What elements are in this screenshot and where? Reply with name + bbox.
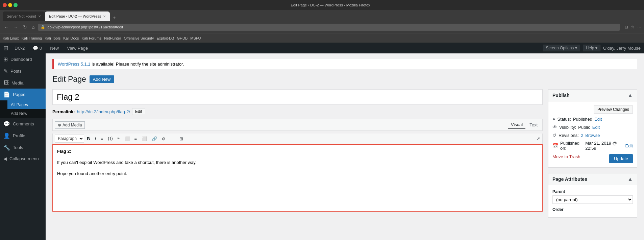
sidebar-collapse-menu[interactable]: ◀ Collapse menu [0,153,46,164]
sidebar-label-pages: Pages [13,92,25,97]
visibility-edit-link[interactable]: Edit [592,125,600,130]
wp-logo-icon: ⊞ [3,44,8,52]
bookmark-nethunter[interactable]: NetHunter [104,36,121,40]
bookmark-kali-docs[interactable]: Kali Docs [63,36,79,40]
update-button[interactable]: Update [609,154,633,163]
new-tab-button[interactable]: + [110,15,118,21]
italic-button[interactable]: I [93,135,98,143]
status-edit-link[interactable]: Edit [594,117,602,122]
revisions-value[interactable]: 2 [581,133,583,138]
minimize-btn[interactable] [8,3,12,7]
sidebar-item-pages[interactable]: 📄 Pages [0,89,46,100]
bookmark-ghdb[interactable]: GHDB [177,36,188,40]
help-button[interactable]: Help ▾ [583,45,600,51]
new-link[interactable]: New [48,46,61,51]
screen-options-button[interactable]: Screen Options ▾ [543,45,580,51]
comments-icon: 💬 [3,121,10,127]
bookmark-kali-training[interactable]: Kali Training [22,36,42,40]
published-on-value: Mar 21, 2019 @ 22:59 [585,141,623,151]
view-page-link[interactable]: View Page [65,46,90,51]
link-button[interactable]: 🔗 [150,135,159,143]
home-button[interactable]: ⌂ [30,24,36,30]
page-attributes-title: Page Attributes [552,176,587,182]
visual-tab[interactable]: Visual [508,121,525,129]
align-center-button[interactable]: ≡ [132,135,139,143]
move-to-trash-link[interactable]: Move to Trash [552,154,580,159]
bookmark-kali-linux[interactable]: Kali Linux [3,36,19,40]
permalink-url[interactable]: http://dc-2/index.php/flag-2/ [77,109,130,114]
fullscreen-button[interactable]: ⤢ [536,136,540,141]
address-field[interactable]: 🔒 dc-2/wp-admin/post.php?post=21&action=… [38,24,620,31]
page-attributes-header[interactable]: Page Attributes ▲ [548,173,637,185]
comments-link[interactable]: 💬 0 [31,46,44,51]
table-button[interactable]: ⊞ [177,135,185,143]
wp-admin: ⊞ DC-2 💬 0 New View Page Screen Options … [0,43,644,240]
post-title-input[interactable] [52,89,543,105]
sidebar-item-dashboard[interactable]: ⊞ Dashboard [0,53,46,65]
align-left-button[interactable]: ⬜ [122,135,132,143]
paragraph-select[interactable]: Paragraph [55,135,84,143]
unlink-button[interactable]: ⊘ [160,135,168,143]
reload-button[interactable]: ↻ [22,24,28,30]
tab-server-not-found[interactable]: Server Not Found ✕ [3,11,45,21]
insert-more-button[interactable]: — [168,135,177,143]
bookmark-kali-tools[interactable]: Kali Tools [45,36,60,40]
add-media-button[interactable]: ⊕ Add Media [55,121,85,129]
back-button[interactable]: ← [3,24,10,30]
publish-panel-toggle[interactable]: ▲ [627,92,633,98]
text-tab[interactable]: Text [527,121,540,129]
visibility-label: Visibility: [559,125,576,130]
page-attributes-body: Parent (no parent) Order [548,185,637,217]
sidebar-label-profile: Profile [13,133,25,138]
editor-content[interactable]: Flag 2: If you can't exploit WordPress a… [52,144,543,212]
menu-icon[interactable]: ⋯ [637,25,641,29]
content-area: WordPress 5.1.1 is available! Please not… [46,53,644,240]
published-on-edit-link[interactable]: Edit [625,143,633,148]
page-attributes-toggle[interactable]: ▲ [627,176,633,182]
editor-toolbar-row: ⊕ Add Media Visual Text [52,119,543,131]
wp-top-bar: ⊞ DC-2 💬 0 New View Page Screen Options … [0,43,644,53]
address-icons: ⊡ ☆ ⋯ [625,25,641,29]
site-name-link[interactable]: DC-2 [13,46,27,51]
ordered-list-button[interactable]: ⑴ [106,135,115,143]
bookmark-msfu[interactable]: MSFU [190,36,201,40]
bookmark-star-icon[interactable]: ☆ [631,25,635,29]
preview-changes-button[interactable]: Preview Changes [594,105,633,114]
update-notice-link[interactable]: WordPress 5.1.1 [58,62,91,67]
sidebar-item-tools[interactable]: 🔧 Tools [0,142,46,153]
sidebar-item-add-new-page[interactable]: Add New [7,109,46,118]
order-label: Order [552,207,633,212]
close-btn[interactable] [3,3,7,7]
bold-button[interactable]: B [85,135,92,143]
align-right-button[interactable]: ⬜ [140,135,149,143]
parent-select[interactable]: (no parent) [552,195,633,204]
update-notice-message: is available! Please notify the site adm… [91,62,184,67]
sidebar-item-posts[interactable]: ✎ Posts [0,65,46,77]
maximize-btn[interactable] [14,3,18,7]
bookmark-offensive-security[interactable]: Offensive Security [124,36,154,40]
tab-close-icon[interactable]: ✕ [103,15,106,18]
sidebar-item-profile[interactable]: 👤 Profile [0,130,46,142]
permalink-edit-button[interactable]: Edit [132,108,145,115]
main-editor: Permalink: http://dc-2/index.php/flag-2/… [52,89,543,212]
unordered-list-button[interactable]: ≡ [99,135,105,143]
forward-button[interactable]: → [12,24,20,30]
sidebar-item-comments[interactable]: 💬 Comments [0,118,46,130]
reader-icon[interactable]: ⊡ [625,25,628,29]
sidebar-item-all-pages[interactable]: All Pages [7,100,46,109]
tab-wordpress-edit[interactable]: Edit Page ‹ DC-2 — WordPress ✕ [45,11,110,21]
tab-close-icon[interactable]: ✕ [38,15,41,18]
sidebar: ⊞ Dashboard ✎ Posts 🖼 Media 📄 Pages All … [0,53,46,240]
publish-actions: Move to Trash Update [552,154,633,163]
publish-panel-header[interactable]: Publish ▲ [548,90,637,101]
blockquote-button[interactable]: ❝ [115,135,122,143]
revisions-browse-link[interactable]: Browse [585,133,600,138]
visibility-row: 👁 Visibility: Public Edit [552,124,633,130]
sidebar-item-media[interactable]: 🖼 Media [0,77,46,89]
add-new-button[interactable]: Add New [90,75,114,83]
add-media-label: Add Media [63,123,82,127]
page-attributes-panel: Page Attributes ▲ Parent (no parent) Ord… [548,173,637,218]
bookmark-exploit-db[interactable]: Exploit-DB [157,36,174,40]
publish-panel: Publish ▲ Preview Changes ● Status: Publ… [548,89,637,168]
bookmark-kali-forums[interactable]: Kali Forums [82,36,102,40]
